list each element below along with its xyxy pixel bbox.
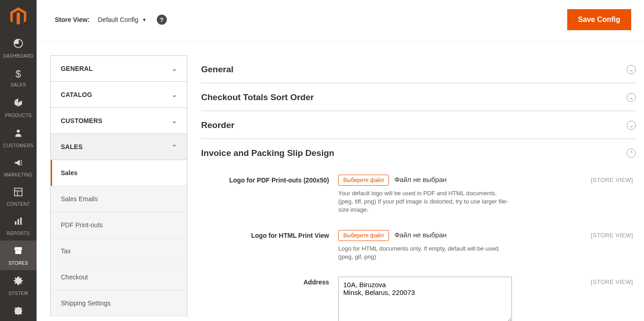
choose-file-button[interactable]: Выберите файл: [338, 230, 389, 241]
tab-sales[interactable]: SALES ⌃: [51, 134, 187, 160]
nav-marketing[interactable]: MARKETING: [0, 153, 37, 182]
nav-system[interactable]: SYSTEM: [0, 270, 37, 300]
help-icon[interactable]: ?: [157, 15, 167, 25]
field-logo-pdf: Logo for PDF Print-outs (200x50) Выберит…: [201, 175, 636, 214]
person-icon: [14, 128, 23, 140]
file-status: Файл не выбран: [394, 231, 447, 239]
nav-sales[interactable]: $ SALES: [0, 63, 37, 92]
nav-label: REPORTS: [7, 231, 30, 236]
field-hint: Logo for HTML documents only. If empty, …: [338, 245, 512, 261]
megaphone-icon: [13, 158, 23, 170]
nav-label: CONTENT: [7, 202, 30, 207]
section-title: Checkout Totals Sort Order: [201, 92, 314, 102]
svg-point-1: [17, 129, 20, 133]
gear-icon: [13, 276, 23, 288]
nav-content[interactable]: CONTENT: [0, 182, 37, 211]
subtab-sales[interactable]: Sales: [51, 160, 187, 186]
field-address: Address [STORE VIEW]: [201, 277, 636, 321]
svg-rect-2: [15, 188, 22, 196]
field-hint: Your default logo will be used in PDF an…: [338, 189, 512, 214]
nav-label: MARKETING: [4, 172, 32, 177]
svg-rect-5: [15, 221, 16, 225]
expand-icon: ⌄: [627, 93, 636, 102]
sales-subtabs: Sales Sales Emails PDF Print-outs Tax Ch…: [51, 160, 187, 316]
store-icon: [13, 246, 23, 257]
puzzle-icon: [13, 306, 23, 318]
field-label: Logo for HTML Print View: [201, 230, 338, 239]
tab-general[interactable]: GENERAL ⌄: [51, 56, 187, 82]
address-textarea[interactable]: [338, 277, 512, 321]
subtab-tax[interactable]: Tax: [51, 238, 187, 264]
expand-icon: ⌄: [627, 65, 636, 74]
field-scope: [STORE VIEW]: [521, 277, 636, 285]
tab-catalog[interactable]: CATALOG ⌄: [51, 82, 187, 108]
subtab-shipping-settings[interactable]: Shipping Settings: [51, 290, 187, 316]
nav-reports[interactable]: REPORTS: [0, 211, 37, 241]
svg-rect-7: [20, 218, 21, 225]
store-view-select[interactable]: Default Config: [98, 16, 138, 23]
field-logo-html: Logo for HTML Print View Выберите файл Ф…: [201, 230, 636, 261]
chevron-down-icon: ⌄: [172, 91, 177, 98]
collapse-icon: ⌃: [627, 149, 636, 158]
config-tabs: GENERAL ⌄ CATALOG ⌄ CUSTOMERS ⌄ SALES ⌃ …: [50, 55, 187, 316]
field-label: Logo for PDF Print-outs (200x50): [201, 175, 338, 184]
bar-chart-icon: [14, 217, 23, 228]
chevron-down-icon: ⌄: [172, 118, 177, 124]
nav-label: CUSTOMERS: [3, 143, 33, 148]
cube-icon: [13, 97, 23, 110]
choose-file-button[interactable]: Выберите файл: [338, 175, 389, 186]
subtab-sales-emails[interactable]: Sales Emails: [51, 186, 187, 212]
chevron-down-icon: ⌄: [172, 65, 177, 72]
tab-label: SALES: [61, 143, 83, 150]
top-bar: Store View: Default Config ▼ ? Save Conf…: [37, 0, 644, 42]
section-general[interactable]: General ⌄: [201, 55, 636, 83]
nav-customers[interactable]: CUSTOMERS: [0, 123, 37, 153]
section-title: Invoice and Packing Slip Design: [201, 148, 334, 158]
dollar-icon: $: [16, 69, 21, 80]
file-status: Файл не выбран: [394, 176, 447, 183]
nav-label: STORES: [9, 261, 28, 266]
nav-stores[interactable]: STORES: [0, 241, 37, 270]
config-panel: General ⌄ Checkout Totals Sort Order ⌄ R…: [187, 55, 644, 321]
subtab-pdf-printouts[interactable]: PDF Print-outs: [51, 212, 187, 238]
expand-icon: ⌄: [627, 121, 636, 130]
svg-rect-8: [15, 250, 21, 254]
invoice-section-body: Logo for PDF Print-outs (200x50) Выберит…: [201, 166, 636, 321]
nav-partners[interactable]: FIND PARTNERS & EXTENSIONS: [0, 300, 37, 321]
dropdown-arrow-icon[interactable]: ▼: [142, 17, 147, 22]
field-scope: [STORE VIEW]: [521, 230, 636, 239]
magento-logo[interactable]: [0, 0, 37, 33]
section-checkout-totals[interactable]: Checkout Totals Sort Order ⌄: [201, 83, 636, 111]
subtab-checkout[interactable]: Checkout: [51, 264, 187, 290]
section-invoice-design[interactable]: Invoice and Packing Slip Design ⌃: [201, 139, 636, 166]
section-title: General: [201, 64, 234, 75]
field-label: Address: [201, 277, 338, 286]
section-title: Reorder: [201, 120, 234, 130]
svg-rect-6: [17, 219, 19, 225]
layout-icon: [14, 187, 23, 199]
tab-label: CUSTOMERS: [61, 117, 102, 124]
tab-label: GENERAL: [61, 65, 93, 72]
tab-customers[interactable]: CUSTOMERS ⌄: [51, 108, 187, 134]
store-view-label: Store View:: [55, 16, 90, 23]
dashboard-icon: [13, 38, 23, 51]
nav-label: SYSTEM: [9, 291, 28, 296]
save-config-button[interactable]: Save Config: [567, 9, 631, 30]
nav-label: DASHBOARD: [3, 54, 33, 59]
tab-label: CATALOG: [61, 91, 92, 98]
nav-products[interactable]: PRODUCTS: [0, 92, 37, 122]
chevron-up-icon: ⌃: [172, 144, 177, 150]
nav-label: PRODUCTS: [5, 113, 32, 118]
field-scope: [STORE VIEW]: [521, 175, 636, 183]
nav-label: SALES: [11, 82, 26, 87]
admin-sidebar: DASHBOARD $ SALES PRODUCTS CUSTOMERS MAR…: [0, 0, 37, 321]
section-reorder[interactable]: Reorder ⌄: [201, 111, 636, 139]
nav-dashboard[interactable]: DASHBOARD: [0, 33, 37, 63]
